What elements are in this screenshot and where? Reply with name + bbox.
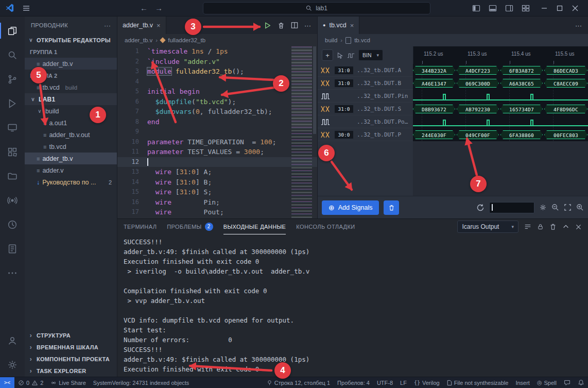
code-line[interactable]: 4 (117, 77, 317, 87)
code-line[interactable]: 15 wire [31:0] S; (117, 187, 317, 197)
waveform-row[interactable] (413, 115, 588, 128)
activity-source-control[interactable] (0, 67, 25, 91)
code-line[interactable]: 13 wire [31:0] A; (117, 167, 317, 177)
code-line[interactable]: 11parameter TEST_VALUES = 3000; (117, 147, 317, 157)
menu-icon[interactable] (21, 3, 32, 14)
tree-item[interactable]: ↓Руководство по ...2 (25, 176, 117, 188)
editor-scrollbar[interactable] (312, 46, 317, 218)
workspace-root[interactable]: ∨LAB1 (25, 93, 117, 105)
add-signals-button[interactable]: ⊕ Add Signals (322, 200, 379, 215)
waveform-row[interactable]: 344B232AA4DCF2236FB3A87286DECAD3 (413, 64, 588, 77)
tree-item[interactable]: ≡adder.v (25, 164, 117, 176)
signal-name-row[interactable]: 31:0..32_tb.DUT.B (318, 77, 413, 90)
signal-name-row[interactable]: 0..32_tb.DUT.Pout (318, 115, 413, 128)
toggle-secondary-sidebar-icon[interactable] (504, 3, 515, 14)
activity-more[interactable] (0, 261, 25, 285)
minimap[interactable] (291, 46, 312, 218)
signal-name-row[interactable]: 31:0..32_tb.DUT.A (318, 64, 413, 77)
open-editors-header[interactable]: ∨ ОТКРЫТЫЕ РЕДАКТОРЫ (25, 34, 117, 46)
breadcrumb-file[interactable]: tb.vcd (354, 37, 370, 43)
spell-status[interactable]: ◎ Spell (533, 379, 560, 386)
activity-project-manager[interactable] (0, 164, 25, 188)
zoom-out-icon[interactable] (551, 204, 559, 211)
panel-tab[interactable]: ПРОБЛЕМЫ2 (167, 219, 213, 234)
code-editor[interactable]: 1`timescale 1ns / 1ps2`include "adder.v"… (117, 46, 317, 218)
code-line[interactable]: 7 $dumpvars(0, fulladder32_tb); (117, 107, 317, 117)
section-task-explorer[interactable]: ›TASK EXPLORER (25, 365, 117, 377)
activity-live-share[interactable] (0, 188, 25, 212)
code-line[interactable]: 10parameter TIME_OPERATION = 100; (117, 137, 317, 147)
activity-history[interactable] (0, 212, 25, 237)
code-line[interactable]: 12 (117, 157, 317, 167)
tree-item[interactable]: ≡adder_tb.v (25, 58, 117, 70)
panel-tab[interactable]: КОНСОЛЬ ОТЛАДКИ (296, 219, 355, 234)
breadcrumb[interactable]: adder_tb.v › fulladder32_tb (117, 34, 317, 46)
activity-search[interactable] (0, 43, 25, 67)
activity-extensions[interactable] (0, 140, 25, 164)
code-line[interactable]: 8end (117, 117, 317, 127)
remote-indicator[interactable]: >< (0, 377, 14, 388)
section-timeline[interactable]: ›ВРЕМЕННАЯ ШКАЛА (25, 341, 117, 353)
systemverilog-status[interactable]: SystemVerilog: 24731 indexed objects (90, 377, 193, 388)
sidebar-more-icon[interactable]: ··· (104, 22, 111, 29)
maximize-panel-icon[interactable] (562, 223, 569, 230)
trash-icon[interactable] (278, 22, 285, 29)
waveform-row[interactable]: A46E1347069C300DA6A38C65C8AECC09 (413, 77, 588, 90)
tab-tb-vcd[interactable]: ● tb.vcd × (318, 16, 359, 34)
maximize-button[interactable] (552, 1, 567, 15)
more-actions-icon[interactable]: ··· (304, 22, 311, 29)
tree-item[interactable]: ≡a.out1 (25, 117, 117, 129)
panel-tab[interactable]: ВЫХОДНЫЕ ДАННЫЕ (223, 219, 286, 234)
clear-output-icon[interactable] (549, 223, 557, 230)
toggle-sidebar-icon[interactable] (471, 3, 482, 14)
code-line[interactable]: 16 wire Pin; (117, 197, 317, 208)
word-wrap-icon[interactable] (524, 223, 531, 230)
eol-status[interactable]: LF (396, 380, 410, 386)
code-line[interactable]: 6 $dumpfile("tb.vcd"); (117, 97, 317, 107)
close-button[interactable] (567, 1, 583, 15)
insert-mode-status[interactable]: Insert (512, 380, 533, 386)
more-actions-icon[interactable]: ··· (575, 22, 582, 29)
tree-item[interactable]: ≡adder_tb.v (25, 153, 117, 164)
waveform-area[interactable]: 344B232AA4DCF2236FB3A87286DECAD3A46E1347… (413, 64, 588, 141)
output-channel-select[interactable]: Icarus Output ▾ (457, 221, 518, 233)
code-line[interactable]: 2`include "adder.v" (117, 57, 317, 67)
section-project-components[interactable]: ›КОМПОНЕНТЫ ПРОЕКТА (25, 353, 117, 365)
panel-tab[interactable]: ТЕРМИНАЛ (124, 219, 157, 234)
account-icon[interactable] (0, 328, 25, 352)
terminal-output[interactable]: SUCCESS!!!adder_tb.v:49: $finish called … (117, 234, 588, 377)
signal-name-row[interactable]: 31:0..32_tb.DUT.S (318, 103, 413, 115)
breadcrumb-file[interactable]: adder_tb.v (125, 37, 152, 43)
value-format-select[interactable]: BIN ▾ (358, 49, 383, 61)
encoding-status[interactable]: UTF-8 (373, 380, 396, 386)
minimize-button[interactable] (537, 1, 552, 15)
activity-explorer[interactable] (0, 19, 25, 43)
plus-button[interactable]: + (322, 49, 333, 61)
activity-remote-explorer[interactable] (0, 115, 25, 140)
signal-name-row[interactable]: 0..32_tb.DUT.Pin (318, 90, 413, 103)
live-share-status[interactable]: Live Share (47, 377, 90, 388)
breadcrumb[interactable]: build › tb.vcd (318, 34, 588, 46)
close-icon[interactable]: × (350, 22, 354, 29)
command-search-box[interactable]: lab1 (203, 2, 430, 14)
breadcrumb-symbol[interactable]: fulladder32_tb (168, 37, 205, 43)
activity-notebook[interactable] (0, 237, 25, 261)
problems-status[interactable]: 0 2 (14, 377, 47, 388)
refresh-icon[interactable] (476, 204, 485, 212)
indentation-status[interactable]: Пробелов: 4 (334, 380, 373, 386)
wave-search-input[interactable] (489, 202, 534, 213)
code-line[interactable]: 1`timescale 1ns / 1ps (117, 46, 317, 57)
nav-back-button[interactable]: ← (140, 4, 148, 12)
run-button[interactable] (264, 22, 271, 29)
tree-item[interactable]: ≡adder_tb.v.out (25, 129, 117, 141)
settings-gear-icon[interactable] (0, 352, 25, 377)
code-line[interactable]: 5initial begin (117, 87, 317, 97)
synthesis-status[interactable]: File not synthesizable (443, 380, 512, 386)
split-editor-icon[interactable] (291, 22, 298, 29)
lock-scroll-icon[interactable] (537, 223, 544, 230)
delete-signals-button[interactable] (384, 200, 399, 215)
breadcrumb-folder[interactable]: build (325, 37, 337, 43)
code-line[interactable]: 17 wire Pout; (117, 207, 317, 217)
cursor-position-status[interactable]: Строка 12, столбец 1 (263, 380, 334, 386)
nav-forward-button[interactable]: → (155, 4, 163, 12)
